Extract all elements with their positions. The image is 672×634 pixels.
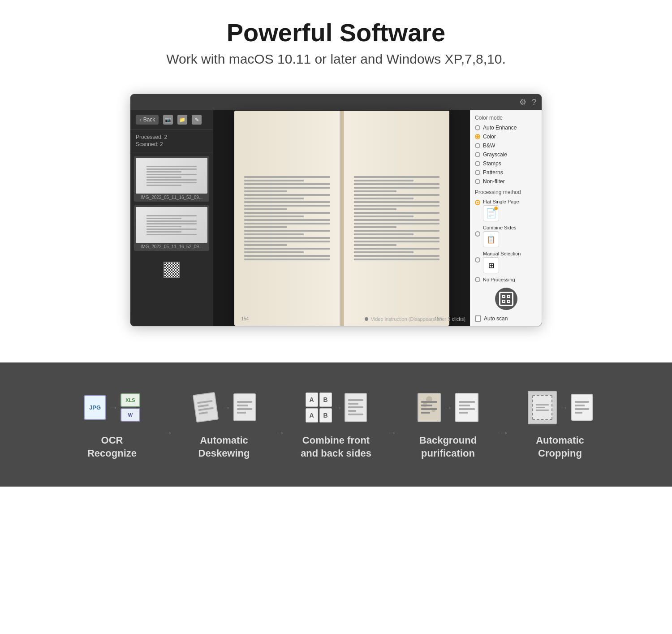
feature-label-crop: AutomaticCropping xyxy=(536,434,584,460)
video-dot-icon xyxy=(365,317,368,321)
radio-circle xyxy=(475,161,480,166)
thumbnail-label: IMG_2022_05_11_16_52_09... xyxy=(136,195,207,200)
option-label: Auto Enhance xyxy=(483,125,517,131)
book-spine xyxy=(340,111,344,326)
option-label: Grayscale xyxy=(483,151,507,158)
settings-icon[interactable]: ⚙ xyxy=(519,97,526,107)
processing-icon-manual: ⊞ xyxy=(483,257,499,273)
feature-ocr: JPG → XLS W OCRRecognize xyxy=(63,389,161,460)
arrow-right-icon3: → xyxy=(444,402,452,413)
page-line xyxy=(146,218,181,219)
word-icon: W xyxy=(121,408,140,422)
feature-label-combine: Combine frontand back sides xyxy=(301,434,371,460)
auto-scan[interactable]: Auto scan xyxy=(475,315,537,322)
page-line xyxy=(146,223,197,224)
feature-background: → Backgroundpurification xyxy=(399,389,497,460)
feature-icons-ocr: JPG → XLS W xyxy=(84,389,140,425)
thumbnail-list: IMG_2022_05_11_16_52_09... xyxy=(130,152,213,326)
arrow-right-icon4: → xyxy=(560,402,569,413)
book-spread: 154 155 xyxy=(234,111,449,326)
edit-icon[interactable]: ✎ xyxy=(192,115,202,125)
folder-icon[interactable]: 📁 xyxy=(177,115,187,125)
feature-label-deskew: AutomaticDeskewing xyxy=(198,434,250,460)
scan-info: Processed: 2 Scanned: 2 xyxy=(130,129,213,152)
processing-label-combine: Combine Sides xyxy=(483,225,517,230)
processing-radio xyxy=(475,231,480,237)
app-screenshot: ⚙ ? ‹ Back 📷 📁 ✎ Processed: 2 Scanned: xyxy=(130,94,542,327)
feature-label-background: Backgroundpurification xyxy=(419,434,477,460)
color-option-auto-enhance[interactable]: Auto Enhance xyxy=(475,125,537,131)
color-option-nonfilter[interactable]: Non-filter xyxy=(475,178,537,185)
page-line xyxy=(146,231,181,233)
page-line xyxy=(146,226,181,227)
radio-dot xyxy=(476,135,479,138)
page-line xyxy=(146,185,181,186)
clean-doc-icon xyxy=(455,393,478,422)
arrow-right-icon: → xyxy=(222,402,231,413)
page-line xyxy=(146,215,197,216)
page-line xyxy=(146,168,197,170)
merged-doc-icon xyxy=(345,393,367,422)
thumbnail-image xyxy=(136,158,207,194)
auto-scan-checkbox[interactable] xyxy=(475,315,481,322)
page-line xyxy=(146,174,197,175)
list-item[interactable]: IMG_2022_05_11_16_52_09... xyxy=(134,205,209,251)
divider-2: → xyxy=(273,415,287,451)
scan-button[interactable] xyxy=(495,288,517,310)
radio-circle xyxy=(475,125,480,130)
processing-option-manual[interactable]: Manual Selection ⊞ xyxy=(475,251,537,273)
cropped-doc-icon xyxy=(571,394,593,421)
divider-1: → xyxy=(161,415,175,451)
feature-combine: A B A B → Combine frontand back sides xyxy=(287,389,385,460)
book-page-right: 155 xyxy=(344,111,449,326)
svg-rect-3 xyxy=(508,300,510,302)
svg-rect-2 xyxy=(503,300,505,302)
thumbnail-image xyxy=(136,207,207,243)
settings-bar: ⚙ ? xyxy=(130,94,542,110)
feature-icons-deskew: → xyxy=(192,389,256,425)
page-line xyxy=(146,220,197,222)
arrow-right: → xyxy=(109,402,118,413)
page-number-left: 154 xyxy=(241,316,249,321)
radio-circle xyxy=(475,170,480,175)
scanned-count: 2 xyxy=(160,141,163,147)
color-option-stamps[interactable]: Stamps xyxy=(475,160,537,167)
help-icon[interactable]: ? xyxy=(532,98,536,107)
back-button[interactable]: ‹ Back xyxy=(136,115,159,125)
feature-label-ocr: OCRRecognize xyxy=(87,434,137,460)
page-line xyxy=(146,234,197,235)
page-line xyxy=(146,171,181,173)
processing-option-combine[interactable]: Combine Sides 📋 xyxy=(475,225,537,247)
processing-radio xyxy=(475,277,480,282)
color-option-bw[interactable]: B&W xyxy=(475,142,537,149)
radio-circle xyxy=(475,152,480,157)
option-label: Non-filter xyxy=(483,178,505,185)
video-instruction-bar: Video instruction (Disappears after 5 cl… xyxy=(365,316,465,322)
option-label: B&W xyxy=(483,142,495,149)
auto-scan-label: Auto scan xyxy=(484,315,508,322)
divider-4: → xyxy=(497,415,511,451)
back-label: Back xyxy=(143,116,155,123)
feature-deskew: → AutomaticDeskewing xyxy=(175,389,273,460)
left-sidebar: ‹ Back 📷 📁 ✎ Processed: 2 Scanned: 2 xyxy=(130,110,213,326)
xls-icon: XLS xyxy=(121,393,140,407)
processing-label-manual: Manual Selection xyxy=(483,251,521,256)
header: Powerful Software Work with macOS 10.11 … xyxy=(0,0,672,80)
processing-option-none[interactable]: No Processing xyxy=(475,277,537,282)
scan-button-inner xyxy=(499,292,513,306)
divider-3: → xyxy=(385,415,399,451)
svg-rect-1 xyxy=(508,295,510,298)
color-mode-title: Color mode xyxy=(475,115,537,121)
ab-grid-icon: A B A B xyxy=(306,392,332,423)
page-line xyxy=(146,182,197,183)
list-item[interactable]: IMG_2022_05_11_16_52_09... xyxy=(134,156,209,202)
camera-icon[interactable]: 📷 xyxy=(163,115,173,125)
page-line xyxy=(146,179,197,181)
color-option-patterns[interactable]: Patterns xyxy=(475,169,537,176)
feature-crop: → AutomaticCropping xyxy=(511,389,609,460)
color-option-grayscale[interactable]: Grayscale xyxy=(475,151,537,158)
color-option-color[interactable]: Color xyxy=(475,134,537,140)
processing-radio xyxy=(475,257,480,263)
option-label: Stamps xyxy=(483,160,501,167)
processing-option-flat[interactable]: Flat Single Page 📄 xyxy=(475,199,537,221)
